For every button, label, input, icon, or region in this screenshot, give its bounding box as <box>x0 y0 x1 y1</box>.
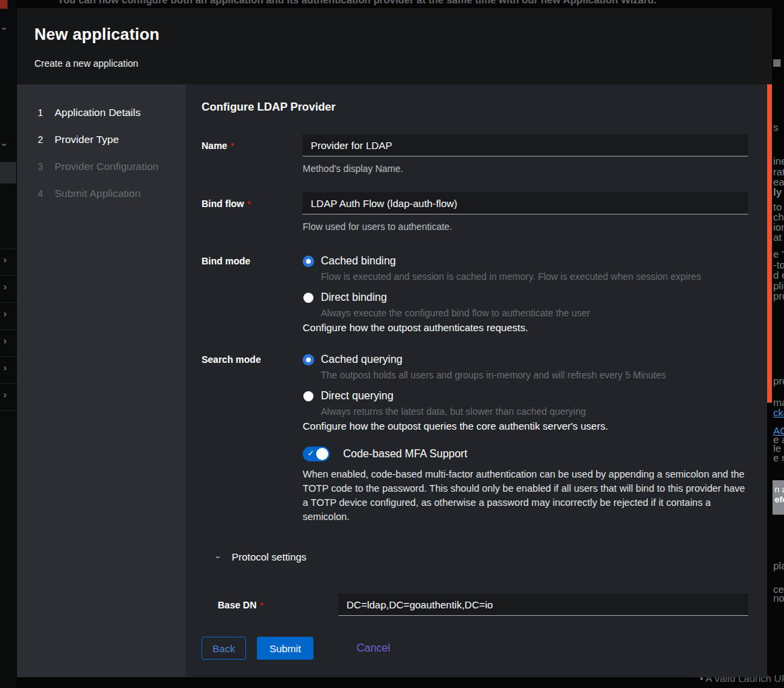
bind-mode-help-text: Configure how the outpost authenticates … <box>303 322 748 333</box>
bg-text-fragment: e n <box>773 452 784 463</box>
chevron-right-icon: › <box>3 389 7 400</box>
radio-label: Direct binding <box>321 291 387 304</box>
modal-header: New application Create a new application <box>17 8 772 84</box>
step-number: 1 <box>38 107 55 118</box>
bg-text-fragment: ly a <box>773 186 784 198</box>
divider <box>0 275 16 276</box>
divider <box>0 410 16 411</box>
required-asterisk: * <box>231 141 234 151</box>
bind-flow-select[interactable] <box>303 192 748 214</box>
radio-description: Always returns the latest data, but slow… <box>321 406 748 417</box>
toggle-knob <box>316 448 328 460</box>
search-mode-label: Search mode <box>202 353 303 432</box>
form-row-name: Name* Method's display Name. <box>202 134 748 174</box>
chevron-right-icon: › <box>3 362 7 373</box>
form-title: Configure LDAP Provider <box>202 101 748 113</box>
radio-label: Cached binding <box>321 255 396 267</box>
radio-direct-querying[interactable]: Direct querying <box>303 390 748 402</box>
bg-text-fragment: pro <box>773 375 784 386</box>
wizard-footer: Back Submit Cancel <box>202 637 748 660</box>
step-label: Submit Application <box>55 188 141 200</box>
form-row-mfa: ✓ Code-based MFA Support When enabled, c… <box>202 447 748 524</box>
bg-alert-line: n a <box>775 484 784 494</box>
bg-text-fragment: ine <box>773 155 784 167</box>
check-icon: ✓ <box>307 449 314 458</box>
search-mode-help-text: Configure how the outpost queries the co… <box>303 420 748 432</box>
background-banner-text: You can now configure both an applicatio… <box>57 0 657 5</box>
cancel-link[interactable]: Cancel <box>357 642 390 654</box>
form-row-base-dn: Base DN* <box>202 594 748 616</box>
step-label: Application Details <box>55 107 141 119</box>
divider <box>0 356 16 357</box>
wizard-step-application-details[interactable]: 1 Application Details <box>17 101 185 125</box>
radio-label: Direct querying <box>321 390 394 402</box>
bind-flow-help-text: Flow used for users to authenticate. <box>303 221 748 232</box>
sidebar-active-item-fragment <box>0 162 16 183</box>
radio-description: Always execute the configured bind flow … <box>321 308 748 318</box>
bg-text-fragment: e "o <box>773 248 784 260</box>
step-label: Provider Type <box>55 134 119 146</box>
new-application-modal: New application Create a new application… <box>17 8 767 677</box>
label-text: Base DN <box>218 600 257 610</box>
required-asterisk: * <box>260 600 264 610</box>
protocol-settings-label: Protocol settings <box>232 551 307 563</box>
bind-flow-label: Bind flow* <box>202 192 303 232</box>
bg-alert-line: efe <box>775 494 784 505</box>
name-input[interactable] <box>303 134 748 156</box>
radio-selected-icon[interactable] <box>303 256 314 267</box>
bg-alert-fragment: n a efe <box>773 480 784 515</box>
background-orange-rule <box>767 84 772 403</box>
bg-text-fragment: d e <box>773 269 784 281</box>
label-text: Bind flow <box>202 198 244 209</box>
mfa-toggle[interactable]: ✓ <box>303 447 330 461</box>
bg-text-fragment: pla <box>773 560 784 571</box>
brand-logo-fragment <box>0 0 7 9</box>
base-dn-input[interactable] <box>338 594 748 616</box>
radio-cached-binding[interactable]: Cached binding <box>303 255 748 267</box>
bind-mode-label: Bind mode <box>202 255 303 333</box>
required-asterisk: * <box>247 199 251 209</box>
back-button[interactable]: Back <box>202 637 246 660</box>
chevron-right-icon: › <box>3 308 7 319</box>
chevron-down-icon: › <box>213 555 224 558</box>
bg-text-fragment: at <box>773 231 782 243</box>
name-label: Name* <box>202 134 303 174</box>
background-ui-fragment <box>773 59 781 67</box>
step-label: Provider Configuration <box>55 161 158 173</box>
chevron-down-icon: › <box>0 27 11 30</box>
form-row-bind-flow: Bind flow* Flow used for users to authen… <box>202 192 748 232</box>
bg-text-fragment: no <box>773 592 784 604</box>
step-number: 4 <box>38 188 55 199</box>
modal-subtitle: Create a new application <box>34 58 772 69</box>
bg-link-fragment[interactable]: cke <box>773 407 784 418</box>
radio-unselected-icon[interactable] <box>303 293 313 303</box>
wizard-step-content: Configure LDAP Provider Name* Method's d… <box>185 84 767 677</box>
mfa-toggle-label: Code-based MFA Support <box>343 448 467 460</box>
mfa-help-text: When enabled, code-based multi-factor au… <box>303 467 748 524</box>
step-number: 3 <box>38 161 55 172</box>
bg-text-fragment: pro <box>773 290 784 302</box>
name-help-text: Method's display Name. <box>303 163 748 174</box>
protocol-settings-expander[interactable]: › Protocol settings <box>217 551 748 563</box>
chevron-right-icon: › <box>3 281 7 292</box>
chevron-right-icon: › <box>3 335 7 346</box>
divider <box>0 383 16 384</box>
divider <box>0 302 16 303</box>
step-number: 2 <box>38 134 55 145</box>
wizard-step-submit-application: 4 Submit Application <box>17 181 185 206</box>
label-text: Name <box>202 140 227 151</box>
wizard-step-provider-type[interactable]: 2 Provider Type <box>17 127 185 152</box>
submit-button[interactable]: Submit <box>257 637 313 660</box>
bg-text-fragment: s <box>773 121 779 133</box>
divider <box>0 329 16 330</box>
radio-label: Cached querying <box>321 353 402 366</box>
chevron-down-icon: › <box>0 143 11 146</box>
wizard-step-provider-configuration: 3 Provider Configuration <box>17 154 185 179</box>
background-app-sidebar: › › › › › › › › <box>0 0 16 688</box>
radio-selected-icon[interactable] <box>303 354 314 366</box>
radio-description: The outpost holds all users and groups i… <box>321 370 748 380</box>
radio-cached-querying[interactable]: Cached querying <box>303 353 748 366</box>
radio-direct-binding[interactable]: Direct binding <box>303 291 748 304</box>
radio-unselected-icon[interactable] <box>303 391 313 401</box>
modal-title: New application <box>34 25 772 44</box>
